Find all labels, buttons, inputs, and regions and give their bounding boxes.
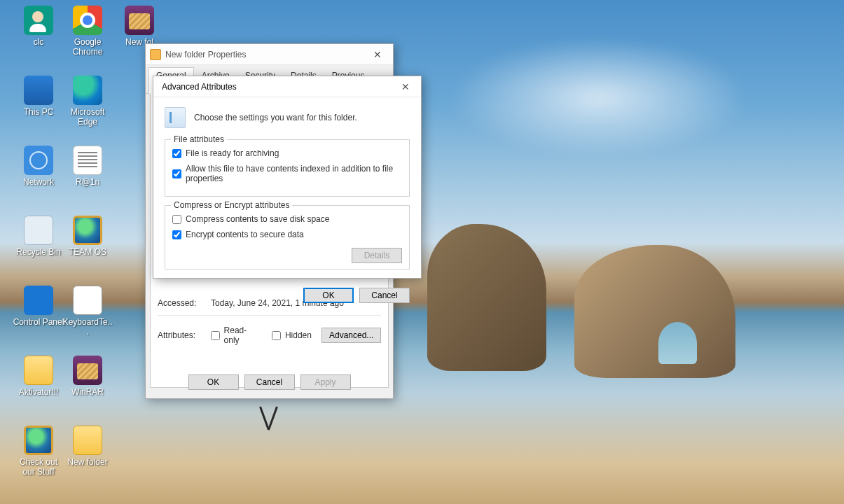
edge-icon	[73, 76, 102, 105]
ok-button[interactable]: OK	[188, 374, 239, 390]
desktop-icon-label: Control Panel	[13, 318, 64, 328]
hidden-checkbox[interactable]: Hidden	[272, 330, 312, 340]
desktop-icon-label: This PC	[13, 108, 64, 118]
txt-icon	[73, 146, 102, 175]
file-attributes-group: File attributes File is ready for archiv…	[165, 139, 410, 197]
advanced-attributes-dialog[interactable]: Advanced Attributes ✕ Choose the setting…	[153, 76, 422, 279]
compress-encrypt-group: Compress or Encrypt attributes Compress …	[165, 205, 410, 270]
desktop-icon-google-chrome[interactable]: Google Chrome	[62, 6, 113, 57]
desktop-icon-keyboardte-[interactable]: KeyboardTe...	[62, 286, 113, 337]
archive-ready-checkbox[interactable]: File is ready for archiving	[172, 148, 402, 158]
desktop-icon-new-fol[interactable]: New fol	[113, 6, 165, 48]
chrome-icon	[73, 6, 102, 35]
readonly-checkbox[interactable]: Read-only	[211, 326, 262, 345]
properties-titlebar[interactable]: New folder Properties ✕	[146, 44, 393, 65]
desktop-icon-recycle-bin[interactable]: Recycle Bin	[13, 216, 64, 258]
encrypt-checkbox[interactable]: Encrypt contents to secure data	[172, 230, 402, 239]
desktop-icon-check-out-our-stuff[interactable]: Check out our Stuff	[13, 426, 64, 477]
attributes-label: Attributes:	[158, 330, 211, 340]
compress-checkbox[interactable]: Compress contents to save disk space	[172, 214, 402, 224]
desktop-icon-this-pc[interactable]: This PC	[13, 76, 64, 118]
advanced-button[interactable]: Advanced...	[321, 328, 381, 343]
desktop-icon-label: New folder	[62, 458, 113, 468]
advanced-title: Advanced Attributes	[158, 82, 394, 92]
desktop-icon-label: Network	[13, 178, 64, 188]
cp-icon	[24, 286, 53, 315]
desktop-icon-label: WinRAR	[62, 388, 113, 398]
desktop-icon-team-os[interactable]: TEAM OS	[62, 216, 113, 258]
desktop-icon-new-folder[interactable]: New folder	[62, 426, 113, 468]
apply-button[interactable]: Apply	[300, 374, 351, 390]
globe-icon	[73, 216, 102, 245]
desktop-icon-label: Check out our Stuff	[13, 458, 64, 477]
pc-icon	[24, 76, 53, 105]
desktop-icon-winrar[interactable]: WinRAR	[62, 356, 113, 398]
compress-encrypt-legend: Compress or Encrypt attributes	[171, 200, 292, 210]
desktop-icon-network[interactable]: Network	[13, 146, 64, 188]
desktop-icon-label: R@1n	[62, 178, 113, 188]
folder-icon	[150, 49, 161, 60]
desktop-icon-label: TEAM OS	[62, 248, 113, 258]
winrar-icon	[125, 6, 154, 35]
desktop-icon-r-1n[interactable]: R@1n	[62, 146, 113, 188]
folder-icon	[73, 426, 102, 455]
ok-button[interactable]: OK	[303, 288, 354, 303]
desktop-icon-aktivator-[interactable]: Aktivator!!!	[13, 356, 64, 398]
desktop-icon-label: Microsoft Edge	[62, 108, 113, 127]
desktop-icon-label: KeyboardTe...	[62, 318, 113, 337]
desktop-icon-label: clc	[13, 38, 64, 48]
close-icon[interactable]: ✕	[366, 47, 389, 62]
close-icon[interactable]: ✕	[394, 79, 417, 94]
desktop-icon-label: Recycle Bin	[13, 248, 64, 258]
advanced-intro: Choose the settings you want for this fo…	[194, 113, 357, 122]
desktop-icon-control-panel[interactable]: Control Panel	[13, 286, 64, 328]
advanced-titlebar[interactable]: Advanced Attributes ✕	[153, 76, 421, 97]
bin-icon	[24, 216, 53, 245]
file-attributes-legend: File attributes	[171, 134, 227, 144]
cancel-button[interactable]: Cancel	[359, 288, 410, 303]
net-icon	[24, 146, 53, 175]
desktop-icon-microsoft-edge[interactable]: Microsoft Edge	[62, 76, 113, 127]
index-contents-checkbox[interactable]: Allow this file to have contents indexed…	[172, 164, 402, 183]
kb-icon	[73, 286, 102, 315]
settings-list-icon	[165, 107, 186, 128]
globe-icon	[24, 426, 53, 455]
winrar-icon	[73, 356, 102, 385]
folder-icon	[24, 356, 53, 385]
cancel-button[interactable]: Cancel	[244, 374, 295, 390]
desktop-icon-label: Google Chrome	[62, 38, 113, 57]
desktop-icon-clc[interactable]: clc	[13, 6, 64, 48]
details-button[interactable]: Details	[352, 248, 402, 263]
desktop-icon-label: Aktivator!!!	[13, 388, 64, 398]
properties-title: New folder Properties	[165, 50, 366, 59]
user-icon	[24, 6, 53, 35]
